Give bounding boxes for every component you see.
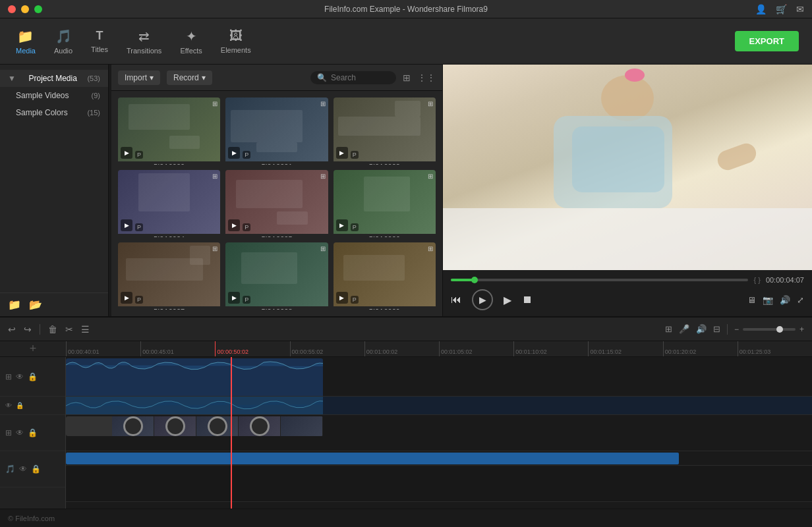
new-folder-icon[interactable]: 📁 <box>8 298 21 311</box>
mail-icon[interactable]: ✉ <box>796 4 804 14</box>
snapshot-icon[interactable]: 📷 <box>763 295 773 305</box>
timeline-right-controls: ⊞ 🎤 🔊 ⊟ − + <box>665 324 804 335</box>
thumb-overlay-7: ⊞ <box>212 245 218 252</box>
minimize-button[interactable] <box>21 5 29 13</box>
track-lock-icon-2[interactable]: 🔒 <box>16 402 24 409</box>
toolbar-divider-1 <box>40 324 40 335</box>
window-controls[interactable] <box>8 5 42 13</box>
tab-titles[interactable]: T Titles <box>82 24 117 59</box>
media-panel: Import ▾ Record ▾ 🔍 ⊞ ⋮⋮ <box>111 65 443 316</box>
filter-icon[interactable]: ⊞ <box>403 72 411 83</box>
media-name-8: 5I2A0028 <box>225 306 328 310</box>
track-controls: ⊞ 👁 🔒 👁 🔒 ⊞ 👁 🔒 🎵 👁 🔒 <box>0 357 66 509</box>
play-overlay-1: ▶ <box>121 147 132 159</box>
grid-view-icon[interactable]: ⋮⋮ <box>417 72 436 83</box>
zoom-slider[interactable] <box>743 328 796 331</box>
media-item-8[interactable]: ⊞ ▶ P 5I2A0028 <box>225 242 328 310</box>
cut-button[interactable]: ✂ <box>65 324 73 335</box>
add-media-icon[interactable]: ⊞ <box>665 324 672 334</box>
main-area: ▼ Project Media (53) Sample Videos (9) S… <box>0 65 812 316</box>
tab-transitions[interactable]: ⇄ Transitions <box>117 23 171 60</box>
media-item-1[interactable]: ⊞ ▶ P 5I2A0020 <box>118 97 220 165</box>
track-lock-icon[interactable]: 🔒 <box>28 372 38 381</box>
effects-icon: ✦ <box>186 28 197 44</box>
fullscreen-icon[interactable]: ⤢ <box>797 295 804 305</box>
thumb-overlay-2: ⊞ <box>320 100 326 107</box>
redo-button[interactable]: ↪ <box>24 324 32 335</box>
media-item-5[interactable]: ⊞ ▶ P 5I2A0025 <box>225 170 328 237</box>
speaker-icon[interactable]: 🔊 <box>696 324 707 334</box>
timeline-area: ↩ ↪ 🗑 ✂ ☰ ⊞ 🎤 🔊 ⊟ − + + 00:00: <box>0 316 812 527</box>
video-track-1: 5I2A0034 <box>66 357 812 397</box>
tab-media[interactable]: 📁 Media <box>7 23 45 60</box>
media-name-2: 5I2A0021 <box>225 161 328 165</box>
track-control-music: 🎵 👁 🔒 <box>0 451 65 487</box>
media-item-2[interactable]: ⊞ ▶ P 5I2A0021 <box>225 97 328 165</box>
zoom-in-icon[interactable]: + <box>799 325 804 334</box>
account-icon[interactable]: 👤 <box>755 4 767 14</box>
search-box[interactable]: 🔍 <box>310 71 396 84</box>
media-thumb-5: ⊞ ▶ P <box>225 170 328 234</box>
cart-icon[interactable]: 🛒 <box>776 4 787 14</box>
audio-clip-1[interactable] <box>66 397 323 414</box>
media-thumb-1: ⊞ ▶ P <box>118 97 220 161</box>
sidebar-label-project-media: Project Media <box>28 74 76 83</box>
volume-icon[interactable]: 🔊 <box>780 295 790 305</box>
step-back-button[interactable]: ⏮ <box>451 294 461 306</box>
video-clip-1[interactable]: 5I2A0034 <box>66 358 323 397</box>
tab-elements[interactable]: 🖼 Elements <box>212 23 260 59</box>
thumb-overlay-4: ⊞ <box>212 173 218 180</box>
media-item-4[interactable]: ⊞ ▶ P 5I2A0024 <box>118 170 220 237</box>
sidebar-item-project-media[interactable]: ▼ Project Media (53) <box>0 70 108 87</box>
music-icon[interactable]: 🎵 <box>5 464 15 474</box>
split-icon[interactable]: ⊟ <box>713 324 720 334</box>
track-lock-icon-3[interactable]: 🔒 <box>28 428 38 437</box>
mic-icon[interactable]: 🎤 <box>679 324 689 334</box>
ruler-mark-5: 00:01:00:02 <box>364 341 439 356</box>
tab-audio[interactable]: 🎵 Audio <box>45 23 82 60</box>
transitions-icon: ⇄ <box>138 28 150 44</box>
sidebar-item-sample-videos[interactable]: Sample Videos (9) <box>0 87 108 104</box>
add-track-button[interactable]: + <box>0 341 66 356</box>
list-button[interactable]: ☰ <box>81 324 90 335</box>
search-input[interactable] <box>331 73 390 82</box>
export-button[interactable]: EXPORT <box>735 31 799 51</box>
video-track-2: 5I2A0034 <box>66 415 812 451</box>
import-folder-icon[interactable]: 📂 <box>29 298 42 311</box>
record-button[interactable]: Record ▾ <box>167 70 212 85</box>
maximize-button[interactable] <box>34 5 42 13</box>
track-grid-icon[interactable]: ⊞ <box>5 372 12 381</box>
elements-icon: 🖼 <box>229 28 243 43</box>
import-button[interactable]: Import ▾ <box>118 70 160 85</box>
preview-progress: { } 00:00:04:07 <box>451 276 804 284</box>
media-name-5: 5I2A0025 <box>225 234 328 237</box>
tab-effects[interactable]: ✦ Effects <box>171 23 211 60</box>
media-item-6[interactable]: ⊞ ▶ P 5I2A0026 <box>334 170 436 237</box>
stop-button[interactable]: ⏹ <box>522 294 533 306</box>
track-eye-icon[interactable]: 👁 <box>16 372 24 381</box>
track-grid-icon-2[interactable]: ⊞ <box>5 428 12 437</box>
play-button[interactable]: ▶ <box>504 294 511 306</box>
video-clip-2-main[interactable]: 5I2A0034 <box>66 416 323 436</box>
track-eye-icon-4[interactable]: 👁 <box>19 464 27 474</box>
undo-button[interactable]: ↩ <box>8 324 16 335</box>
play-pause-button[interactable]: ▶ <box>472 289 493 310</box>
proxy-label-9: P <box>351 296 359 304</box>
progress-bar[interactable] <box>451 279 748 281</box>
track-eye-icon-3[interactable]: 👁 <box>16 428 24 437</box>
media-item-9[interactable]: ⊞ ▶ P 5I2A0029 <box>334 242 436 310</box>
screen-mode-icon[interactable]: 🖥 <box>747 295 756 305</box>
zoom-out-icon[interactable]: − <box>734 325 739 334</box>
close-button[interactable] <box>8 5 16 13</box>
music-bar[interactable] <box>66 453 679 464</box>
sidebar-item-sample-colors[interactable]: Sample Colors (15) <box>0 104 108 121</box>
track-lock-icon-4[interactable]: 🔒 <box>31 464 41 474</box>
ruler-marks: 00:00:40:01 00:00:45:01 00:00:50:02 00:0… <box>66 341 812 356</box>
media-item-3[interactable]: ⊞ ▶ P 5I2A0023 <box>334 97 436 165</box>
track-eye-icon-2[interactable]: 👁 <box>5 402 12 409</box>
media-item-7[interactable]: ⊞ ▶ P 5I2A0027 <box>118 242 220 310</box>
delete-button[interactable]: 🗑 <box>48 324 57 335</box>
proxy-label-3: P <box>351 151 359 159</box>
media-icon: 📁 <box>17 28 34 44</box>
ruler-track: 00:00:40:01 00:00:45:01 00:00:50:02 00:0… <box>66 341 812 356</box>
